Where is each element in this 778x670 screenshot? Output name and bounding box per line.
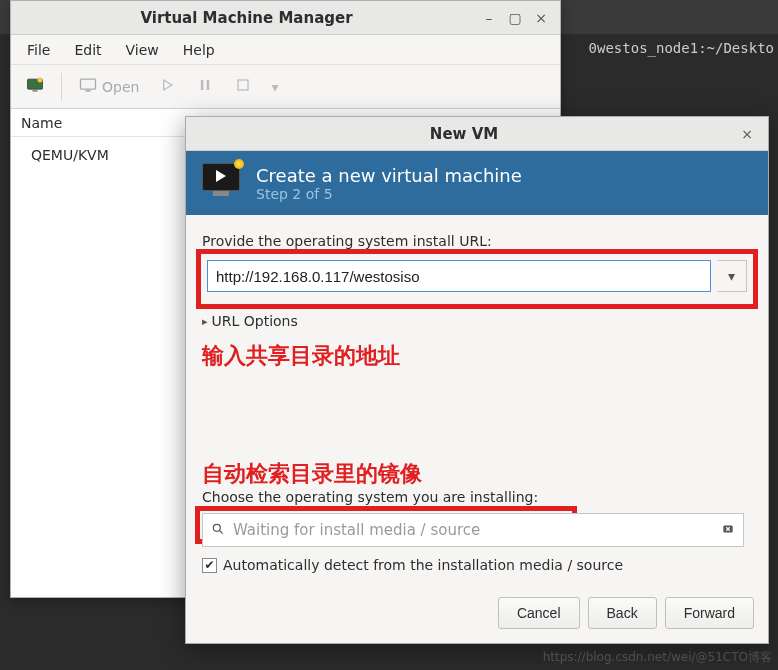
watermark: https://blog.csdn.net/wei/@51CTO博客 (543, 649, 772, 666)
install-url-input[interactable] (207, 260, 711, 292)
forward-button[interactable]: Forward (665, 597, 754, 629)
minimize-button[interactable]: – (478, 7, 500, 29)
wizard-icon (202, 163, 242, 203)
os-choose-label: Choose the operating system you are inst… (202, 489, 752, 505)
back-button[interactable]: Back (588, 597, 657, 629)
chevron-down-icon: ▾ (271, 79, 278, 95)
cancel-button[interactable]: Cancel (498, 597, 580, 629)
dialog-header: Create a new virtual machine Step 2 of 5 (186, 151, 768, 215)
os-search-input[interactable]: Waiting for install media / source (202, 513, 744, 547)
play-icon (157, 75, 177, 98)
os-search-placeholder: Waiting for install media / source (233, 521, 735, 539)
terminal-title: 0westos_node1:~/Deskto (585, 38, 778, 58)
dialog-close-button[interactable]: × (736, 123, 758, 145)
annotation-text-1: 输入共享目录的地址 (202, 341, 752, 371)
step-label: Step 2 of 5 (256, 186, 522, 202)
dialog-titlebar[interactable]: New VM × (186, 117, 768, 151)
svg-line-9 (220, 530, 223, 533)
svg-rect-3 (81, 79, 96, 89)
expander-label: URL Options (212, 313, 298, 329)
svg-rect-5 (201, 80, 204, 90)
annotation-text-2: 自动检索目录里的镜像 (202, 459, 752, 489)
svg-point-2 (38, 78, 43, 83)
autodetect-checkbox[interactable]: ✔ (202, 558, 217, 573)
window-title: Virtual Machine Manager (19, 9, 474, 27)
menu-help[interactable]: Help (173, 38, 225, 62)
shutdown-menu-button[interactable]: ▾ (265, 72, 284, 102)
clear-icon[interactable] (721, 522, 735, 539)
dialog-title: New VM (196, 125, 732, 143)
new-vm-button[interactable] (19, 72, 51, 102)
autodetect-label: Automatically detect from the installati… (223, 557, 623, 573)
dialog-button-row: Cancel Back Forward (186, 587, 768, 643)
url-options-expander[interactable]: URL Options (202, 313, 752, 329)
run-button[interactable] (151, 72, 183, 102)
annotation-highlight-1: ▾ (196, 249, 758, 309)
search-icon (211, 522, 225, 539)
url-label: Provide the operating system install URL… (202, 233, 752, 249)
menubar: File Edit View Help (11, 35, 560, 65)
url-history-dropdown[interactable]: ▾ (717, 260, 747, 292)
pause-icon (195, 75, 215, 98)
monitor-new-icon (25, 75, 45, 98)
power-icon (233, 75, 253, 98)
open-button[interactable]: Open (72, 72, 145, 102)
svg-rect-6 (207, 80, 210, 90)
maximize-button[interactable]: ▢ (504, 7, 526, 29)
toolbar: Open ▾ (11, 65, 560, 109)
svg-rect-1 (33, 90, 38, 92)
menu-view[interactable]: View (116, 38, 169, 62)
dialog-heading: Create a new virtual machine (256, 165, 522, 186)
titlebar[interactable]: Virtual Machine Manager – ▢ × (11, 1, 560, 35)
svg-rect-4 (86, 90, 91, 92)
pause-button[interactable] (189, 72, 221, 102)
chevron-down-icon: ▾ (728, 268, 735, 284)
close-button[interactable]: × (530, 7, 552, 29)
monitor-icon (78, 75, 98, 98)
open-label: Open (102, 79, 139, 95)
menu-edit[interactable]: Edit (64, 38, 111, 62)
menu-file[interactable]: File (17, 38, 60, 62)
new-vm-dialog: New VM × Create a new virtual machine St… (185, 116, 769, 644)
svg-point-8 (213, 524, 220, 531)
svg-rect-7 (238, 80, 248, 90)
shutdown-button[interactable] (227, 72, 259, 102)
